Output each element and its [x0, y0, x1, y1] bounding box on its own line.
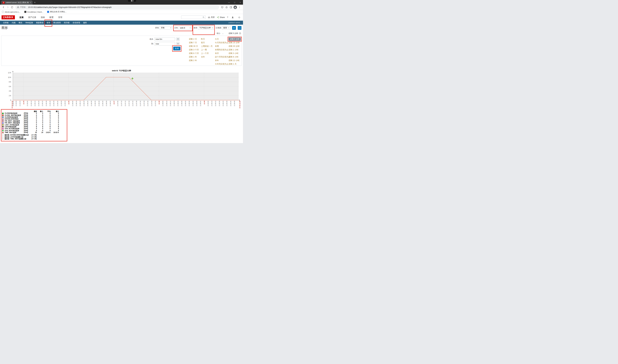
- maximize-button[interactable]: □: [232, 0, 237, 5]
- quick-range-link[interactable]: 今年到目前为止: [215, 63, 229, 65]
- main-nav-item-0[interactable]: 监测: [20, 16, 24, 19]
- subnav-item-9[interactable]: 服务: [81, 21, 88, 25]
- fullscreen-button[interactable]: [238, 26, 241, 30]
- favourite-button[interactable]: ★: [232, 26, 236, 30]
- x-tick-label: 21:07:25: [132, 101, 134, 106]
- subnav-item-4[interactable]: 最新数据: [34, 21, 45, 25]
- apply-wrap: 应用: [173, 47, 180, 50]
- quick-range-link[interactable]: 上周的这一天: [201, 45, 213, 48]
- send-to-device-icon[interactable]: [220, 5, 224, 10]
- graph-select[interactable]: TCP状态11种 ▾: [198, 26, 214, 30]
- quick-range-link[interactable]: 还剩 30 天: [189, 45, 198, 48]
- quick-range-link[interactable]: 本周到目前为止: [215, 49, 229, 51]
- quick-range-link[interactable]: 还剩 2 年: [189, 59, 197, 62]
- time-shift-right-icon[interactable]: ›: [222, 32, 223, 35]
- subnav-item-0[interactable]: 仪表板: [1, 21, 10, 25]
- quick-range-link[interactable]: 还剩 1 天: [229, 63, 236, 65]
- quick-range-link[interactable]: 还剩 12 小时: [229, 59, 240, 62]
- subnav-item-5[interactable]: 图形: [45, 21, 52, 25]
- quick-range-link[interactable]: 前天: [201, 41, 205, 44]
- url-bar[interactable]: 不安全 10.0.0.61/zabbix/charts.php?page=1&g…: [15, 5, 219, 9]
- quick-range-link[interactable]: 还剩 30 分钟: [229, 45, 240, 48]
- user-profile-icon[interactable]: [231, 15, 235, 20]
- to-input[interactable]: [154, 42, 175, 46]
- time-range-tab[interactable]: 还剩 5 分钟: [229, 32, 241, 35]
- graph-plot-area[interactable]: [13, 73, 239, 100]
- quick-range-link[interactable]: 还剩 2 天: [189, 38, 197, 40]
- main-nav-item-3[interactable]: 配置: [50, 16, 54, 19]
- menu-dots-icon[interactable]: [237, 5, 242, 10]
- window-controls: — □ ×: [226, 0, 243, 5]
- bookmark-item[interactable]: ebook.apecome.c...: [2, 11, 20, 13]
- subnav-item-3[interactable]: Web监测: [24, 21, 34, 25]
- quick-range-link[interactable]: 去年: [201, 56, 205, 58]
- new-tab-button[interactable]: +: [34, 1, 36, 4]
- host-label: 主机: [174, 26, 178, 29]
- share-link[interactable]: Share: [217, 16, 225, 18]
- subnav-item-8[interactable]: 自动发现: [71, 21, 81, 25]
- side-panel-icon[interactable]: [229, 5, 233, 10]
- quick-range-link[interactable]: 上一个月: [201, 52, 209, 55]
- quick-range-link[interactable]: 上一周: [201, 49, 207, 51]
- main-nav-item-1[interactable]: 资产记录: [28, 16, 36, 19]
- search-input[interactable]: [182, 16, 202, 18]
- zoom-out-button[interactable]: 缩小: [217, 32, 220, 35]
- time-shift-left-icon[interactable]: ‹: [214, 32, 215, 35]
- bookmark-star-icon[interactable]: [224, 5, 229, 10]
- x-tick-label: 21:08:35: [185, 101, 186, 106]
- view-as-select[interactable]: 图形 ▾: [222, 26, 230, 30]
- help-link[interactable]: ?: [227, 16, 228, 18]
- subnav-item-1[interactable]: 问题: [10, 21, 17, 25]
- quick-range-link[interactable]: 今天到目前为止: [215, 41, 229, 44]
- browser-tab[interactable]: Z zabbix4-server: 自定义图表 [每... ×: [1, 0, 33, 5]
- bookmark-item[interactable]: 腾讯文档-官方网站...: [47, 11, 66, 13]
- quick-range-link[interactable]: 今天: [215, 38, 219, 40]
- main-nav-item-4[interactable]: 管理: [58, 16, 62, 19]
- legend-header-min: 最小: [37, 111, 43, 112]
- quick-range-link[interactable]: 还剩 1 年: [189, 56, 197, 58]
- zabbix-logo[interactable]: ZABBIX: [1, 15, 15, 19]
- host-select[interactable]: web-8 ▾: [179, 26, 192, 30]
- quick-range-link[interactable]: 还剩 1 小时: [229, 49, 238, 51]
- close-button[interactable]: ×: [237, 0, 243, 5]
- minimize-button[interactable]: —: [226, 0, 232, 5]
- star-icon: ★: [233, 27, 235, 29]
- quick-range-link[interactable]: 还剩 6 小时: [229, 56, 238, 58]
- quick-range-link[interactable]: 本年: [215, 59, 219, 62]
- x-tick-label: 21:07:35: [140, 101, 141, 106]
- tab-title: zabbix4-server: 自定义图表 [每...: [6, 1, 29, 4]
- quick-range-link[interactable]: 还剩 7 天: [189, 41, 197, 44]
- bookmark-item[interactable]: Excalidraw | Hand...: [24, 11, 43, 13]
- quick-range-link[interactable]: 本周: [215, 45, 219, 48]
- graph-value: TCP状态11种: [199, 26, 210, 29]
- from-input[interactable]: [154, 37, 175, 41]
- calendar-icon[interactable]: [176, 42, 180, 46]
- quick-range-link[interactable]: 还剩 3 个月: [189, 49, 199, 51]
- subnav-item-7[interactable]: 拓扑图: [62, 21, 71, 25]
- subnav-item-2[interactable]: 概览: [17, 21, 24, 25]
- quick-range-link[interactable]: 还剩 3 小时: [229, 52, 238, 55]
- sign-out-icon[interactable]: [237, 15, 241, 20]
- quick-range-link[interactable]: 还剩 6 个月: [189, 52, 199, 55]
- group-select[interactable]: 所有 ▾: [160, 26, 172, 30]
- tab-close-icon[interactable]: ×: [30, 1, 31, 4]
- support-link[interactable]: 支持: [208, 16, 215, 19]
- quick-range-link[interactable]: 这个月到目前为止: [215, 56, 231, 58]
- apply-button[interactable]: 应用: [173, 47, 180, 50]
- refresh-icon[interactable]: [10, 5, 14, 10]
- quick-range-link[interactable]: 本月: [215, 52, 219, 55]
- forward-icon[interactable]: [6, 5, 10, 10]
- quick-range-link[interactable]: 还剩 15 分钟: [229, 41, 240, 44]
- back-icon[interactable]: [1, 5, 6, 10]
- subnav-item-6[interactable]: 聚合图形: [52, 21, 62, 25]
- legend-item-function: [平均]: [24, 128, 31, 130]
- legend-color-swatch: [2, 122, 4, 124]
- main-nav-item-2[interactable]: 报表: [41, 16, 45, 19]
- quick-range-selected[interactable]: 还剩 5 分钟: [229, 38, 241, 41]
- x-tick-label: 21:06:25: [87, 101, 89, 106]
- legend-item-value: 0: [51, 113, 59, 114]
- quick-range-link[interactable]: 昨天: [201, 38, 205, 40]
- profile-avatar[interactable]: [233, 5, 237, 10]
- time-filter-panel: 自从 到 应用 还剩 2 天还剩 7 天还剩 30 天还剩 3 个月还剩 6 个…: [1, 36, 242, 66]
- calendar-icon[interactable]: [176, 38, 180, 41]
